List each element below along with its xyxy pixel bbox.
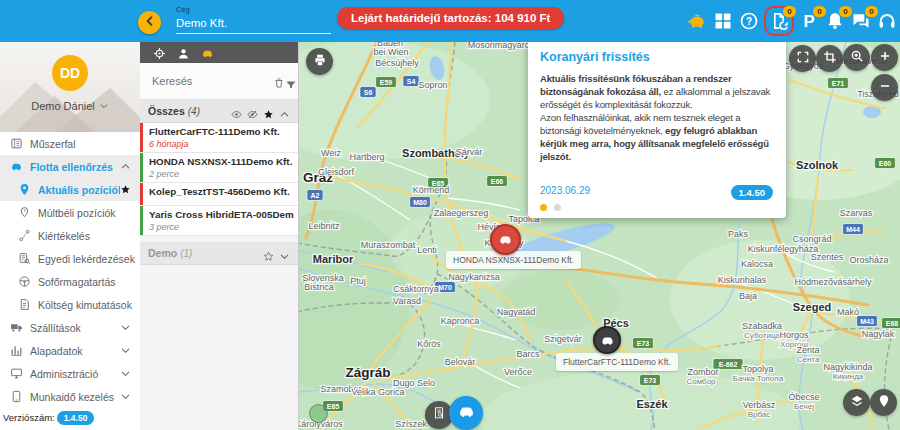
sidebar-item-1[interactable]: Flotta ellenőrzés xyxy=(0,155,140,178)
person-icon[interactable] xyxy=(177,46,190,59)
trash-icon[interactable] xyxy=(273,75,285,87)
vehicle-row[interactable]: HONDA NSXNSX-111Demo Kft.2 perce xyxy=(140,153,298,183)
cluster-dot[interactable] xyxy=(309,404,328,423)
favorite-star-icon[interactable] xyxy=(120,184,131,195)
vehicle-last-seen: 3 perce xyxy=(149,222,294,232)
minus-icon xyxy=(878,79,892,97)
sidebar-item-label: Adminisztráció xyxy=(30,368,120,380)
area-select-button[interactable] xyxy=(816,45,843,72)
worktime-icon xyxy=(10,390,23,403)
headset-icon[interactable] xyxy=(877,11,897,31)
parking-icon[interactable]: P0 xyxy=(799,11,819,31)
printer-icon xyxy=(313,53,327,71)
company-field[interactable]: Cég Demo Kft. xyxy=(176,5,331,34)
sidebar-item-6[interactable]: Sofőrmagatartás xyxy=(0,270,140,293)
fullscreen-button[interactable] xyxy=(789,45,816,72)
sidebar-menu: MűszerfalFlotta ellenőrzésAktuális pozíc… xyxy=(0,132,140,408)
map-label: Szarvas xyxy=(840,208,873,218)
sidebar-item-9[interactable]: Alapadatok xyxy=(0,339,140,362)
sidebar-item-5[interactable]: Egyedi lekérdezések xyxy=(0,247,140,270)
map-label: Verbász xyxy=(743,400,776,410)
car-icon xyxy=(10,160,23,173)
sidebar-item-0[interactable]: Műszerfal xyxy=(0,132,140,155)
map-label: Csáktornya xyxy=(393,284,439,294)
vehicle-row[interactable]: Kolep_TesztTST-456Demo Kft. xyxy=(140,183,298,206)
vehicle-marker[interactable] xyxy=(593,326,621,354)
layers-button[interactable] xyxy=(843,389,870,416)
sidebar-item-10[interactable]: Adminisztráció xyxy=(0,362,140,385)
pin-history-icon xyxy=(18,206,31,219)
avatar[interactable]: DD xyxy=(52,55,88,91)
search-input[interactable] xyxy=(140,74,249,88)
map-label: Сомбор xyxy=(686,377,716,386)
vehicle-list: FlutterCarFTC-111Demo Kft.6 hónapjaHONDA… xyxy=(140,123,298,236)
eye-icon[interactable] xyxy=(231,106,242,117)
map-label: Bistrica xyxy=(304,282,334,292)
sidebar: DD Demo Dániel MűszerfalFlotta ellenőrzé… xyxy=(0,42,141,430)
back-button[interactable] xyxy=(138,11,161,34)
crop-icon xyxy=(823,50,837,68)
popup-body: Aktuális frissítésünk fókuszában a rends… xyxy=(540,72,774,163)
map-label: Bécsújhely xyxy=(375,58,419,68)
help-icon[interactable]: ? xyxy=(739,11,759,31)
road-badge-label: E65 xyxy=(327,403,340,410)
vehicle-row[interactable]: Yaris Cross HibridETA-005Demo Kft.3 perc… xyxy=(140,206,298,236)
dashboard-icon xyxy=(10,137,23,150)
user-name: Demo Dániel xyxy=(31,100,95,112)
vehicle-mode-button[interactable] xyxy=(449,396,483,430)
group-demo-header[interactable]: Demo (1) xyxy=(140,242,298,265)
road-badge-label: E-662 xyxy=(719,361,738,368)
bell-icon[interactable]: 0 xyxy=(825,11,845,31)
chevron-down-icon xyxy=(99,101,109,111)
map-label: Kőrös xyxy=(417,339,441,349)
eye-off-icon[interactable] xyxy=(247,106,258,117)
sidebar-item-label: Szállítások xyxy=(30,322,120,334)
map-label: Hartberg xyxy=(349,152,384,162)
company-value[interactable]: Demo Kft. xyxy=(176,17,331,34)
star-icon[interactable] xyxy=(263,106,274,117)
group-demo-count: (1) xyxy=(180,248,192,259)
sidebar-item-8[interactable]: Szállítások xyxy=(0,316,140,339)
print-button[interactable] xyxy=(306,48,333,75)
truck-icon xyxy=(10,321,23,334)
gps-target-icon[interactable] xyxy=(153,46,166,59)
chevron-down-icon[interactable] xyxy=(279,248,290,259)
zoom-search-button[interactable] xyxy=(843,44,870,71)
map-label: Nagykikinda xyxy=(823,362,872,372)
document-sync-icon[interactable]: 0 xyxy=(769,11,789,31)
map-label: Belovár xyxy=(445,357,476,367)
piggy-bank-icon[interactable] xyxy=(687,11,707,31)
sidebar-item-2[interactable]: Aktuális pozíciók xyxy=(0,178,140,201)
filter-icon[interactable] xyxy=(285,77,297,89)
group-all-label: Összes xyxy=(148,105,185,117)
vehicle-marker[interactable] xyxy=(490,224,521,255)
star-outline-icon[interactable] xyxy=(263,248,274,259)
chat-icon[interactable]: 0 xyxy=(851,11,871,31)
map-label: Velika Gorica xyxy=(351,387,404,397)
chevron-up-icon[interactable] xyxy=(279,106,290,117)
locate-button[interactable] xyxy=(870,389,897,416)
overdue-alert-banner[interactable]: Lejárt határidejű tartozás: 104 910 Ft xyxy=(337,7,564,29)
sidebar-item-label: Aktuális pozíciók xyxy=(38,184,120,196)
map-label: Csongrád xyxy=(792,234,831,244)
group-all-header[interactable]: Összes (4) xyxy=(140,100,298,123)
pin-icon xyxy=(18,183,31,196)
carousel-dot[interactable] xyxy=(554,204,561,211)
grid-icon[interactable] xyxy=(713,11,733,31)
vehicle-row[interactable]: FlutterCarFTC-111Demo Kft.6 hónapja xyxy=(140,123,298,153)
zoom-in-button[interactable] xyxy=(871,44,898,71)
zoom-out-button[interactable] xyxy=(871,74,898,101)
vehicle-tab-icon[interactable] xyxy=(201,46,214,59)
road-badge-label: S6 xyxy=(364,89,373,96)
sidebar-item-3[interactable]: Múltbéli pozíciók xyxy=(0,201,140,224)
map-label: Врбас xyxy=(748,410,771,419)
carousel-dot-active[interactable] xyxy=(540,204,547,211)
sidebar-item-7[interactable]: Költség kimutatások xyxy=(0,293,140,316)
sidebar-item-4[interactable]: Kiértékelés xyxy=(0,224,140,247)
query-icon xyxy=(18,252,31,265)
user-menu[interactable]: Demo Dániel xyxy=(0,100,140,112)
map-label: Szentes xyxy=(811,252,844,262)
vehicle-name: FlutterCarFTC-111Demo Kft. xyxy=(149,126,294,138)
map-label: Leibnitz xyxy=(308,221,340,231)
vehicle-last-seen: 2 perce xyxy=(149,169,294,179)
